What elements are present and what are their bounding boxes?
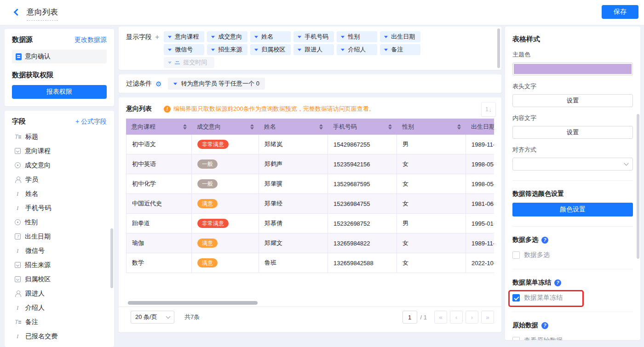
field-list-item[interactable]: 姓名 (12, 187, 107, 201)
gear-icon[interactable]: ⚙ (155, 80, 161, 87)
page-size-select[interactable]: 20 条/页 (131, 311, 174, 324)
display-field-chip[interactable]: 微信号 (164, 44, 204, 55)
header-text-setting-button[interactable]: 设置 (512, 94, 633, 107)
sort-carets-icon[interactable] (457, 124, 461, 130)
field-list-item[interactable]: 手机号码 (12, 201, 107, 215)
field-list-item-label: 归属校区 (25, 275, 51, 284)
field-list-item[interactable]: 出生日期 (12, 229, 107, 244)
datasource-item-label: 意向确认 (25, 52, 51, 61)
field-list-item[interactable]: 备注 (12, 315, 107, 329)
sort-down-icon (457, 127, 461, 130)
content-text-setting-button[interactable]: 设置 (512, 126, 633, 139)
table-row[interactable]: 瑜伽满意郑耀文13265984822女1989-11- (126, 233, 494, 253)
field-list-item[interactable]: 归属校区 (12, 272, 107, 286)
table-cell-course: 初中化学 (126, 174, 192, 193)
field-list-item[interactable]: 介绍人 (12, 301, 107, 315)
sort-carets-icon[interactable] (250, 124, 254, 130)
display-field-chip[interactable]: 介绍人 (337, 44, 377, 55)
table-header-cell[interactable]: 手机号码 (328, 119, 397, 135)
field-list-item[interactable]: 成交意向 (12, 158, 107, 172)
fields-scrollbar[interactable] (110, 228, 113, 288)
chevron-down-icon (168, 36, 172, 38)
table-cell-course: 中国近代史 (126, 194, 192, 213)
display-field-chip[interactable]: 姓名 (250, 31, 291, 42)
next-page-button[interactable]: › (466, 311, 478, 324)
help-icon[interactable]: ? (541, 237, 548, 244)
display-field-chip[interactable]: 性别 (337, 31, 377, 42)
table-row[interactable]: 初中语文非常满意郑绪岚15429867255男1989-11- (126, 135, 494, 154)
last-page-button[interactable]: » (481, 311, 494, 324)
multi-select-checkbox[interactable] (512, 251, 520, 259)
chevron-down-icon (341, 36, 345, 38)
change-datasource-link[interactable]: 更改数据源 (75, 36, 107, 44)
field-list-item[interactable]: 跟进人 (12, 286, 107, 301)
sort-carets-icon[interactable] (319, 124, 323, 130)
table-header-cell[interactable]: 成交意向 (191, 119, 259, 135)
table-row[interactable]: 数学满意鲁班132659842588女2022-10- (126, 253, 494, 273)
field-list-item[interactable]: 学员 (12, 172, 107, 187)
menu-freeze-checkbox[interactable] (512, 294, 520, 301)
chevron-down-icon (166, 314, 171, 319)
field-list-item-label: 手机号码 (25, 204, 51, 212)
raw-data-checkbox[interactable] (512, 337, 520, 340)
display-field-chip[interactable]: 手机号码 (293, 31, 334, 42)
display-field-chip[interactable]: 归属校区 (250, 44, 291, 55)
chevron-down-icon (624, 161, 629, 166)
field-list-item[interactable]: 微信号 (12, 244, 107, 258)
help-icon[interactable]: ? (541, 322, 548, 329)
display-field-chip[interactable]: 意向课程 (164, 31, 204, 42)
datasource-item[interactable]: 意向确认 (12, 50, 107, 63)
add-formula-field-link[interactable]: + 公式字段 (75, 118, 107, 126)
display-field-chip[interactable]: 跟进人 (293, 44, 334, 55)
table-cell-course: 瑜伽 (126, 233, 192, 253)
field-list-item[interactable]: 招生来源 (12, 258, 107, 272)
add-display-field-button[interactable]: + (155, 33, 159, 65)
total-count-label: 共7条 (184, 313, 200, 321)
table-row[interactable]: 初中英语一般郑鹤声15235942156女1998-05- (126, 154, 494, 174)
menu-freeze-checkbox-label: 数据菜单冻结 (524, 294, 563, 302)
page-number-input[interactable]: 1 (402, 311, 417, 324)
field-list-item-label: 学员 (25, 176, 38, 184)
text-icon (15, 305, 21, 311)
field-list-item-label: 已报名交费 (25, 332, 58, 341)
field-list-item[interactable]: 标题 (12, 130, 107, 144)
display-field-chip[interactable]: 出生日期 (380, 31, 420, 42)
table-row[interactable]: 中国近代史满意郑肇经15236984755女1981-06- (126, 194, 494, 214)
display-field-chip[interactable]: 招生来源 (207, 44, 247, 55)
table-cell-gender: 女 (397, 154, 466, 174)
report-permission-button[interactable]: 报表权限 (12, 85, 107, 99)
display-field-chip-disabled[interactable]: 提交时间 (164, 57, 214, 68)
table-row[interactable]: 初中化学一般郑肇骥13529687595女1998-05- (126, 174, 494, 194)
first-page-button[interactable]: « (434, 311, 447, 324)
save-button[interactable]: 保存 (602, 5, 638, 19)
prev-page-button[interactable]: ‹ (450, 311, 463, 324)
color-setting-button[interactable]: 颜色设置 (512, 203, 633, 216)
field-list-item-label: 介绍人 (25, 304, 45, 312)
custom-sort-button[interactable]: 1↓ (481, 102, 496, 117)
table-header-cell[interactable]: 出生日期 (466, 119, 494, 135)
table-cell-gender: 男 (397, 214, 466, 233)
field-list-item[interactable]: 已报名交费 (12, 329, 107, 343)
field-list-item[interactable]: 性别 (12, 215, 107, 229)
sort-number-icon: 1 (485, 106, 489, 113)
align-select[interactable] (512, 158, 633, 171)
field-list-item[interactable]: 意向课程 (12, 144, 107, 158)
filter-condition-chip[interactable]: 转为意向学员 等于任意一个 0 (168, 78, 264, 90)
table-style-heading: 表格样式 (512, 35, 633, 44)
theme-color-swatch[interactable] (512, 63, 633, 75)
table-header-cell[interactable]: 性别 (397, 119, 466, 135)
table-row[interactable]: 跆拳道非常满意郑慕倩15232698752男1995-01- (126, 214, 494, 233)
style-panel-scrollbar[interactable] (637, 114, 639, 259)
display-field-chip[interactable]: 备注 (380, 44, 420, 55)
theme-color-fill (514, 64, 632, 74)
horizontal-scrollbar[interactable] (128, 301, 258, 305)
sort-carets-icon[interactable] (388, 124, 392, 130)
table-cell-intent: 满意 (192, 233, 259, 253)
middle-scrollbar[interactable] (497, 28, 500, 68)
back-button[interactable] (12, 7, 23, 18)
display-field-chip[interactable]: 成交意向 (207, 31, 247, 42)
help-icon[interactable]: ? (554, 279, 561, 286)
table-header-cell[interactable]: 意向课程 (126, 119, 191, 135)
sort-carets-icon[interactable] (183, 124, 187, 130)
table-header-cell[interactable]: 姓名 (259, 119, 328, 135)
